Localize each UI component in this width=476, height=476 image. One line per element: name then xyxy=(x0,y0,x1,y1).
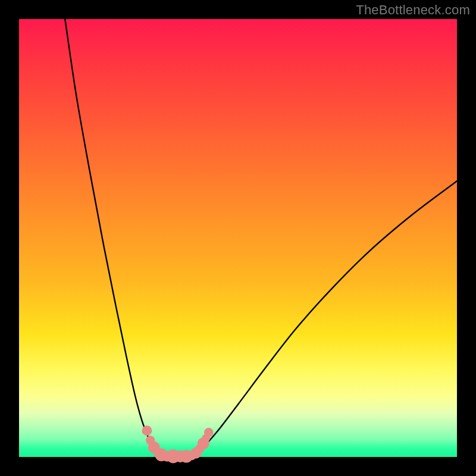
frame-border-bottom xyxy=(0,457,476,476)
bottleneck-curve xyxy=(65,19,457,456)
curve-marker xyxy=(142,425,152,436)
frame-border-right xyxy=(457,0,476,476)
frame-border-left xyxy=(0,0,19,476)
curve-marker xyxy=(204,428,213,437)
watermark-text: TheBottleneck.com xyxy=(356,2,470,18)
curve-svg xyxy=(19,19,457,457)
plot-area xyxy=(19,19,457,457)
